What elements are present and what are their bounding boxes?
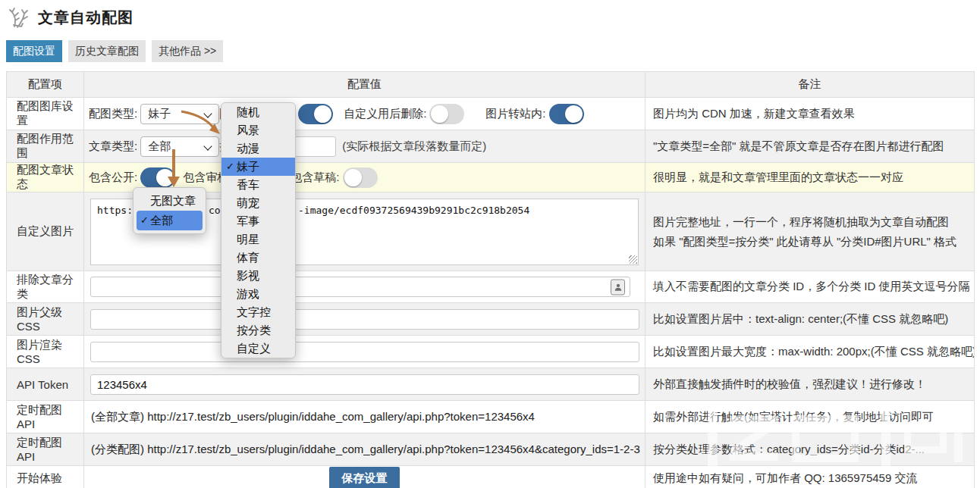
toggle-delete-after-use[interactable] [429,104,464,124]
column-header-key: 配置项 [7,72,84,98]
dropdown-option[interactable]: 按分类 [221,321,295,339]
remark-line: 图片完整地址，一行一个，程序将随机抽取为文章自动配图 [653,212,974,232]
dropdown-option[interactable]: 动漫 [221,139,295,158]
table-row-scope: 配图作用范围 文章类型: 全部 插入数量: (实际根据文章段落数量而定) "文章… [7,130,975,163]
row-label-status: 配图文章状态 [7,163,84,192]
render-css-input[interactable] [90,342,639,362]
toggle-knob [314,105,331,123]
table-row-start: 开始体验 保存设置 使用途中如有疑问，可加作者 QQ: 1365975459 交… [7,466,975,488]
dropdown-option[interactable]: 萌宠 [221,194,295,212]
table-row-api-all: 定时配图 API (全部文章) http://z17.test/zb_users… [7,401,975,433]
check-icon [226,158,234,176]
include-public-label: 包含公开: [89,170,137,185]
table-row-render-css: 图片渲染CSS 比如设置图片最大宽度：max-width: 200px;(不懂 … [7,336,975,368]
insert-count-hint: (实际根据文章段落数量而定) [342,139,486,154]
column-header-value: 配置值 [84,72,645,98]
tab-other-works[interactable]: 其他作品 >> [152,40,223,62]
toggle-include-draft[interactable] [343,167,378,188]
remark-status: 很明显，就是和文章管理里面的文章状态一一对应 [645,163,975,192]
remark-render-css: 比如设置图片最大宽度：max-width: 200px;(不懂 CSS 就忽略吧… [645,336,975,368]
table-row-api-token: API Token 外部直接触发插件时的校验值，强烈建议！进行修改！ [7,368,975,401]
article-type-select[interactable]: 全部 [140,136,219,157]
exclude-categories-input[interactable] [90,277,630,297]
table-row-exclude: 排除文章分类 填入不需要配图的文章分类 ID，多个分类 ID 使用英文逗号分隔 [7,271,975,303]
remark-custom-images: 图片完整地址，一行一个，程序将随机抽取为文章自动配图 如果 "配图类型=按分类"… [645,192,975,271]
antler-logo-icon [8,6,32,29]
toggle-localize-images[interactable] [549,104,584,124]
dropdown-option-selected[interactable]: 妹子 [221,158,295,176]
dropdown-option[interactable]: 影视 [221,267,295,285]
settings-table: 配置项 配置值 备注 配图图库设置 配图类型: 妹子 随机配图: 自定义用后删除… [6,71,975,488]
row-label-scope: 配图作用范围 [7,130,84,163]
page-title: 文章自动配图 [38,8,133,28]
remark-api-token: 外部直接触发插件时的校验值，强烈建议！进行修改！ [645,368,975,401]
column-header-remark: 备注 [645,72,975,98]
dropdown-option-selected[interactable]: 全部 [137,211,203,230]
row-label-gallery: 配图图库设置 [7,98,84,130]
row-label-exclude: 排除文章分类 [7,271,84,303]
image-type-select-value: 妹子 [148,107,171,121]
remark-api-all: 如需外部进行触发(如宝塔计划任务)，复制地址访问即可 [645,401,975,433]
save-settings-button[interactable]: 保存设置 [329,467,400,488]
toggle-knob [156,169,174,186]
article-type-dropdown-menu: 无图文章 全部 [133,187,206,234]
remark-start: 使用途中如有疑问，可加作者 QQ: 1365975459 交流 [645,466,975,488]
api-url-all-articles: (全部文章) http://z17.test/zb_users/plugin/i… [84,410,645,424]
row-label-api-all: 定时配图 API [7,401,84,433]
url-fragment: co [209,205,221,216]
toggle-knob [344,169,362,186]
resize-grip[interactable] [629,255,637,264]
image-type-label: 配图类型: [89,107,137,121]
plugin-settings-page: 文章自动配图 配图设置 历史文章配图 其他作品 >> 配置项 配置值 备注 配图… [0,0,980,488]
dropdown-option[interactable]: 明星 [221,230,295,249]
remark-line: 如果 "配图类型=按分类" 此处请尊从 "分类ID#图片URL" 格式 [653,232,974,252]
autofill-contact-icon[interactable] [611,279,625,295]
api-url-by-category: (分类配图) http://z17.test/zb_users/plugin/i… [84,443,645,457]
row-label-api-category: 定时配图 API [7,433,84,466]
table-row-parent-css: 图片父级CSS 比如设置图片居中：text-align: center;(不懂 … [7,303,975,336]
toggle-include-public[interactable] [140,167,175,188]
localize-images-label: 图片转站内: [485,107,545,121]
row-label-start: 开始体验 [7,466,84,488]
dropdown-option[interactable]: 文字控 [221,303,295,321]
dropdown-option[interactable]: 香车 [221,176,295,194]
table-row-api-category: 定时配图 API (分类配图) http://z17.test/zb_users… [7,433,975,466]
article-type-label: 文章类型: [89,139,137,154]
toggle-knob [565,105,583,123]
parent-css-input[interactable] [90,309,639,330]
remark-scope: "文章类型=全部" 就是不管原文章是否存在图片都进行配图 [645,130,975,163]
toggle-knob [431,105,448,123]
row-label-render-css: 图片渲染CSS [7,336,84,368]
remark-api-category: 按分类处理参数格式：category_ids=分类id-分类id2-... [645,433,975,466]
api-token-input[interactable] [90,374,639,395]
dropdown-option[interactable]: 游戏 [221,285,295,303]
delete-after-use-label: 自定义用后删除: [344,107,426,121]
row-label-custom-images: 自定义图片 [7,192,84,271]
chevron-down-icon [204,142,212,150]
dropdown-option[interactable]: 体育 [221,249,295,267]
url-fragment: -image/ecdf09372569439b9291bc2c918b2054 [298,205,529,216]
chevron-down-icon [204,109,212,117]
remark-parent-css: 比如设置图片居中：text-align: center;(不懂 CSS 就忽略吧… [645,303,975,336]
image-type-dropdown-menu: 随机 风景 动漫 妹子 香车 萌宠 军事 明星 体育 影视 游戏 文字控 按分类… [221,102,296,358]
tab-bar: 配图设置 历史文章配图 其他作品 >> [6,40,980,62]
toggle-random-image[interactable] [298,104,333,124]
dropdown-option[interactable]: 自定义 [221,339,295,358]
tab-settings[interactable]: 配图设置 [6,40,62,62]
table-row-gallery: 配图图库设置 配图类型: 妹子 随机配图: 自定义用后删除: 图片转站内: 图片… [7,98,975,130]
dropdown-option[interactable]: 风景 [221,121,295,139]
include-draft-label: 包含草稿: [291,170,339,185]
remark-exclude: 填入不需要配图的文章分类 ID，多个分类 ID 使用英文逗号分隔 [645,271,975,303]
image-type-select[interactable]: 妹子 [140,104,219,124]
dropdown-option[interactable]: 随机 [221,103,295,121]
row-label-parent-css: 图片父级CSS [7,303,84,336]
check-icon [140,211,149,230]
tab-history[interactable]: 历史文章配图 [68,40,146,62]
article-type-select-value: 全部 [148,139,171,154]
dropdown-option[interactable]: 无图文章 [133,191,206,211]
dropdown-option[interactable]: 军事 [221,212,295,230]
row-label-api-token: API Token [7,368,84,401]
title-bar: 文章自动配图 [0,0,980,29]
remark-gallery: 图片均为 CDN 加速，新建文章查看效果 [645,98,975,130]
